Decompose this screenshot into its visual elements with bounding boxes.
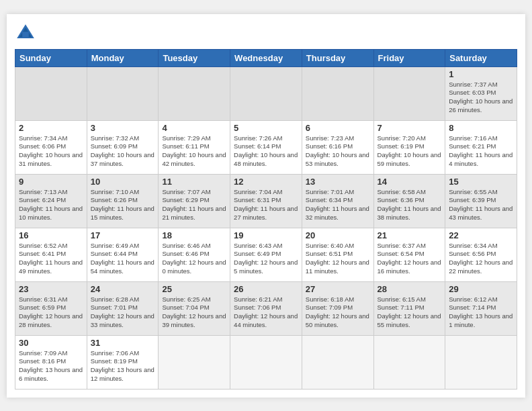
day-info: Sunrise: 7:13 AM Sunset: 6:24 PM Dayligh…	[19, 188, 83, 222]
day-cell: 18Sunrise: 6:46 AM Sunset: 6:46 PM Dayli…	[159, 228, 230, 281]
day-cell: 11Sunrise: 7:07 AM Sunset: 6:29 PM Dayli…	[159, 174, 230, 228]
day-info: Sunrise: 6:43 AM Sunset: 6:49 PM Dayligh…	[234, 242, 298, 276]
weekday-header-tuesday: Tuesday	[159, 49, 230, 66]
day-cell	[230, 66, 302, 120]
day-cell	[302, 335, 373, 389]
day-info: Sunrise: 6:52 AM Sunset: 6:41 PM Dayligh…	[19, 242, 83, 276]
day-info: Sunrise: 6:12 AM Sunset: 7:14 PM Dayligh…	[449, 295, 513, 330]
day-cell: 9Sunrise: 7:13 AM Sunset: 6:24 PM Daylig…	[15, 174, 87, 228]
week-row-2: 2Sunrise: 7:34 AM Sunset: 6:06 PM Daylig…	[15, 120, 517, 174]
day-info: Sunrise: 7:01 AM Sunset: 6:34 PM Dayligh…	[306, 188, 370, 222]
day-info: Sunrise: 6:21 AM Sunset: 7:06 PM Dayligh…	[234, 295, 298, 330]
calendar-table: SundayMondayTuesdayWednesdayThursdayFrid…	[15, 49, 517, 390]
day-info: Sunrise: 6:28 AM Sunset: 7:01 PM Dayligh…	[91, 295, 155, 330]
day-info: Sunrise: 7:20 AM Sunset: 6:19 PM Dayligh…	[378, 134, 442, 169]
logo	[15, 22, 39, 44]
day-cell: 14Sunrise: 6:58 AM Sunset: 6:36 PM Dayli…	[373, 174, 445, 228]
day-info: Sunrise: 6:40 AM Sunset: 6:51 PM Dayligh…	[306, 242, 370, 276]
calendar-container: SundayMondayTuesdayWednesdayThursdayFrid…	[7, 14, 525, 398]
weekday-header-thursday: Thursday	[302, 49, 373, 66]
day-cell: 16Sunrise: 6:52 AM Sunset: 6:41 PM Dayli…	[15, 228, 87, 281]
day-number: 7	[378, 123, 442, 133]
day-info: Sunrise: 7:07 AM Sunset: 6:29 PM Dayligh…	[162, 188, 226, 222]
day-cell: 30Sunrise: 7:09 AM Sunset: 8:16 PM Dayli…	[15, 335, 87, 389]
day-cell: 21Sunrise: 6:37 AM Sunset: 6:54 PM Dayli…	[373, 228, 445, 281]
day-info: Sunrise: 7:26 AM Sunset: 6:14 PM Dayligh…	[234, 134, 298, 169]
day-number: 27	[306, 284, 370, 294]
day-cell: 22Sunrise: 6:34 AM Sunset: 6:56 PM Dayli…	[445, 228, 517, 281]
header	[15, 22, 517, 44]
day-cell: 26Sunrise: 6:21 AM Sunset: 7:06 PM Dayli…	[230, 281, 302, 335]
day-cell: 13Sunrise: 7:01 AM Sunset: 6:34 PM Dayli…	[302, 174, 373, 228]
day-cell	[159, 66, 230, 120]
day-cell: 28Sunrise: 6:15 AM Sunset: 7:11 PM Dayli…	[373, 281, 445, 335]
day-cell: 10Sunrise: 7:10 AM Sunset: 6:26 PM Dayli…	[87, 174, 159, 228]
day-cell: 7Sunrise: 7:20 AM Sunset: 6:19 PM Daylig…	[373, 120, 445, 174]
day-info: Sunrise: 6:34 AM Sunset: 6:56 PM Dayligh…	[449, 242, 513, 276]
day-number: 9	[19, 177, 83, 187]
day-info: Sunrise: 7:04 AM Sunset: 6:31 PM Dayligh…	[234, 188, 298, 222]
day-cell: 19Sunrise: 6:43 AM Sunset: 6:49 PM Dayli…	[230, 228, 302, 281]
week-row-1: 1Sunrise: 7:37 AM Sunset: 6:03 PM Daylig…	[15, 66, 517, 120]
day-number: 25	[162, 284, 226, 294]
day-number: 20	[306, 230, 370, 240]
day-number: 18	[162, 230, 226, 240]
day-cell: 1Sunrise: 7:37 AM Sunset: 6:03 PM Daylig…	[445, 66, 517, 120]
day-cell: 29Sunrise: 6:12 AM Sunset: 7:14 PM Dayli…	[445, 281, 517, 335]
day-cell: 12Sunrise: 7:04 AM Sunset: 6:31 PM Dayli…	[230, 174, 302, 228]
day-number: 23	[19, 284, 83, 294]
day-number: 21	[378, 230, 442, 240]
day-number: 13	[306, 177, 370, 187]
day-info: Sunrise: 7:10 AM Sunset: 6:26 PM Dayligh…	[91, 188, 155, 222]
day-info: Sunrise: 7:16 AM Sunset: 6:21 PM Dayligh…	[449, 134, 513, 169]
day-info: Sunrise: 7:09 AM Sunset: 8:16 PM Dayligh…	[19, 349, 83, 383]
day-info: Sunrise: 6:49 AM Sunset: 6:44 PM Dayligh…	[91, 242, 155, 276]
day-cell	[15, 66, 87, 120]
day-info: Sunrise: 6:15 AM Sunset: 7:11 PM Dayligh…	[378, 295, 442, 330]
week-row-3: 9Sunrise: 7:13 AM Sunset: 6:24 PM Daylig…	[15, 174, 517, 228]
week-row-4: 16Sunrise: 6:52 AM Sunset: 6:41 PM Dayli…	[15, 228, 517, 281]
day-number: 16	[19, 230, 83, 240]
day-info: Sunrise: 7:29 AM Sunset: 6:11 PM Dayligh…	[162, 134, 226, 169]
day-number: 28	[378, 284, 442, 294]
day-number: 14	[378, 177, 442, 187]
day-number: 15	[449, 177, 513, 187]
day-info: Sunrise: 7:23 AM Sunset: 6:16 PM Dayligh…	[306, 134, 370, 169]
day-number: 19	[234, 230, 298, 240]
day-number: 1	[449, 69, 513, 79]
day-number: 8	[449, 123, 513, 133]
day-cell	[445, 335, 517, 389]
day-number: 30	[19, 338, 83, 348]
day-info: Sunrise: 6:46 AM Sunset: 6:46 PM Dayligh…	[162, 242, 226, 276]
svg-rect-2	[22, 32, 29, 37]
day-cell	[159, 335, 230, 389]
day-cell: 5Sunrise: 7:26 AM Sunset: 6:14 PM Daylig…	[230, 120, 302, 174]
day-cell	[230, 335, 302, 389]
day-cell: 6Sunrise: 7:23 AM Sunset: 6:16 PM Daylig…	[302, 120, 373, 174]
day-info: Sunrise: 7:34 AM Sunset: 6:06 PM Dayligh…	[19, 134, 83, 169]
day-info: Sunrise: 7:37 AM Sunset: 6:03 PM Dayligh…	[449, 81, 513, 115]
day-number: 3	[91, 123, 155, 133]
day-cell	[373, 335, 445, 389]
week-row-6: 30Sunrise: 7:09 AM Sunset: 8:16 PM Dayli…	[15, 335, 517, 389]
weekday-header-row: SundayMondayTuesdayWednesdayThursdayFrid…	[15, 49, 517, 66]
day-info: Sunrise: 6:25 AM Sunset: 7:04 PM Dayligh…	[162, 295, 226, 330]
weekday-header-saturday: Saturday	[445, 49, 517, 66]
day-cell: 31Sunrise: 7:06 AM Sunset: 8:19 PM Dayli…	[87, 335, 159, 389]
day-cell: 4Sunrise: 7:29 AM Sunset: 6:11 PM Daylig…	[159, 120, 230, 174]
day-cell: 15Sunrise: 6:55 AM Sunset: 6:39 PM Dayli…	[445, 174, 517, 228]
day-cell	[373, 66, 445, 120]
day-number: 5	[234, 123, 298, 133]
day-info: Sunrise: 7:32 AM Sunset: 6:09 PM Dayligh…	[91, 134, 155, 169]
day-cell: 24Sunrise: 6:28 AM Sunset: 7:01 PM Dayli…	[87, 281, 159, 335]
day-number: 26	[234, 284, 298, 294]
day-info: Sunrise: 6:58 AM Sunset: 6:36 PM Dayligh…	[378, 188, 442, 222]
day-info: Sunrise: 6:55 AM Sunset: 6:39 PM Dayligh…	[449, 188, 513, 222]
day-cell: 25Sunrise: 6:25 AM Sunset: 7:04 PM Dayli…	[159, 281, 230, 335]
weekday-header-wednesday: Wednesday	[230, 49, 302, 66]
day-cell: 20Sunrise: 6:40 AM Sunset: 6:51 PM Dayli…	[302, 228, 373, 281]
day-info: Sunrise: 7:06 AM Sunset: 8:19 PM Dayligh…	[91, 349, 155, 383]
day-cell: 3Sunrise: 7:32 AM Sunset: 6:09 PM Daylig…	[87, 120, 159, 174]
day-cell: 27Sunrise: 6:18 AM Sunset: 7:09 PM Dayli…	[302, 281, 373, 335]
day-cell: 8Sunrise: 7:16 AM Sunset: 6:21 PM Daylig…	[445, 120, 517, 174]
